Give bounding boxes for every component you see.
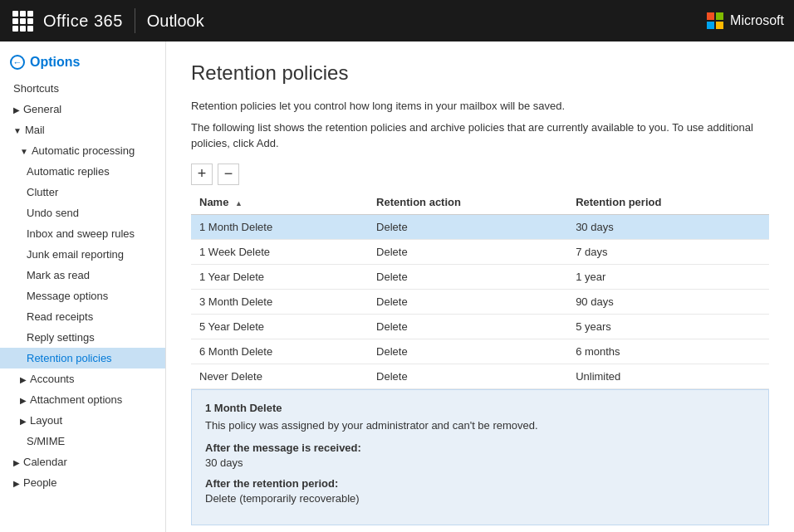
options-label: Options (30, 55, 80, 70)
main-content: Retention policies Retention policies le… (166, 41, 794, 532)
cell-name: 3 Month Delete (191, 289, 368, 314)
add-button[interactable]: + (191, 164, 213, 185)
cell-name: 1 Year Delete (191, 264, 368, 289)
topbar: Office 365 Outlook Microsoft (0, 0, 794, 41)
col-header-period: Retention period (567, 190, 769, 215)
sidebar-item-read-receipts[interactable]: Read receipts (0, 306, 165, 327)
table-row[interactable]: 1 Month Delete Delete 30 days (191, 214, 769, 239)
detail-description: This policy was assigned by your adminis… (205, 419, 755, 432)
table-row[interactable]: 6 Month Delete Delete 6 months (191, 339, 769, 364)
detail-section2-value: Delete (temporarily recoverable) (205, 492, 755, 505)
sidebar-item-inbox-sweep[interactable]: Inbox and sweep rules (0, 223, 165, 244)
microsoft-squares-icon (707, 12, 723, 29)
col-header-name[interactable]: Name ▲ (191, 190, 368, 215)
table-row[interactable]: 1 Week Delete Delete 7 days (191, 239, 769, 264)
sidebar-item-accounts[interactable]: Accounts (0, 368, 165, 389)
sidebar-item-general[interactable]: General (0, 99, 165, 120)
cell-action: Delete (368, 289, 567, 314)
arrow-down-icon (13, 126, 22, 135)
cell-period: 5 years (567, 314, 769, 339)
page-title: Retention policies (191, 61, 769, 85)
cell-action: Delete (368, 239, 567, 264)
arrow-right-icon (13, 479, 20, 488)
cell-period: 7 days (567, 239, 769, 264)
sidebar-item-calendar[interactable]: Calendar (0, 451, 165, 472)
sidebar-item-retention-policies[interactable]: Retention policies (0, 348, 165, 368)
sidebar-item-automatic-replies[interactable]: Automatic replies (0, 161, 165, 182)
cell-name: 6 Month Delete (191, 339, 368, 364)
detail-section1-label: After the message is received: (205, 442, 755, 454)
col-header-action: Retention action (368, 190, 567, 215)
cell-name: Never Delete (191, 364, 368, 388)
cell-name: 5 Year Delete (191, 314, 368, 339)
arrow-right-icon (13, 105, 20, 115)
cell-period: 6 months (567, 339, 769, 364)
options-header[interactable]: ← Options (0, 50, 165, 78)
cell-period: 90 days (567, 289, 769, 314)
sidebar-item-message-options[interactable]: Message options (0, 286, 165, 306)
detail-section1-value: 30 days (205, 456, 755, 469)
description-1: Retention policies let you control how l… (191, 98, 769, 115)
sidebar-item-smime[interactable]: S/MIME (0, 431, 165, 451)
sidebar-item-junk-email[interactable]: Junk email reporting (0, 244, 165, 265)
grid-menu-button[interactable] (10, 8, 35, 33)
arrow-right-icon (20, 396, 27, 405)
arrow-right-icon (20, 417, 27, 426)
sidebar-item-shortcuts[interactable]: Shortcuts (0, 78, 165, 99)
cell-period: 1 year (567, 264, 769, 289)
microsoft-label: Microsoft (730, 13, 784, 28)
toolbar: + − (191, 164, 769, 188)
cell-action: Delete (368, 214, 567, 239)
page-layout: ← Options Shortcuts General Mail Automat… (0, 41, 794, 532)
grid-icon (12, 11, 33, 32)
topbar-divider (135, 8, 135, 33)
cell-action: Delete (368, 264, 567, 289)
table-row[interactable]: 5 Year Delete Delete 5 years (191, 314, 769, 339)
app-name: Office 365 (43, 12, 123, 31)
cell-period: Unlimited (567, 364, 769, 388)
sidebar-item-mark-as-read[interactable]: Mark as read (0, 265, 165, 286)
cell-action: Delete (368, 364, 567, 388)
sidebar-item-undo-send[interactable]: Undo send (0, 203, 165, 223)
sidebar: ← Options Shortcuts General Mail Automat… (0, 41, 166, 532)
arrow-right-icon (20, 375, 27, 384)
detail-name: 1 Month Delete (205, 402, 755, 414)
sidebar-item-reply-settings[interactable]: Reply settings (0, 327, 165, 348)
cell-name: 1 Month Delete (191, 214, 368, 239)
detail-panel: 1 Month Delete This policy was assigned … (191, 389, 769, 525)
table-row[interactable]: 1 Year Delete Delete 1 year (191, 264, 769, 289)
table-row[interactable]: 3 Month Delete Delete 90 days (191, 289, 769, 314)
cell-action: Delete (368, 339, 567, 364)
arrow-down-icon (20, 147, 28, 156)
back-icon[interactable]: ← (10, 55, 25, 70)
sidebar-item-clutter[interactable]: Clutter (0, 182, 165, 203)
sidebar-item-mail[interactable]: Mail (0, 120, 165, 140)
microsoft-logo: Microsoft (707, 12, 784, 29)
sidebar-item-people[interactable]: People (0, 472, 165, 493)
policy-table: Name ▲ Retention action Retention period… (191, 190, 769, 389)
remove-button[interactable]: − (218, 164, 239, 185)
sidebar-item-automatic-processing[interactable]: Automatic processing (0, 140, 165, 161)
detail-section2-label: After the retention period: (205, 477, 755, 490)
sort-icon: ▲ (235, 199, 243, 207)
table-row[interactable]: Never Delete Delete Unlimited (191, 364, 769, 388)
description-2: The following list shows the retention p… (191, 120, 769, 152)
sidebar-item-attachment-options[interactable]: Attachment options (0, 389, 165, 410)
cell-action: Delete (368, 314, 567, 339)
sidebar-item-layout[interactable]: Layout (0, 410, 165, 431)
arrow-right-icon (13, 458, 20, 467)
cell-name: 1 Week Delete (191, 239, 368, 264)
section-name: Outlook (147, 12, 204, 31)
cell-period: 30 days (567, 214, 769, 239)
